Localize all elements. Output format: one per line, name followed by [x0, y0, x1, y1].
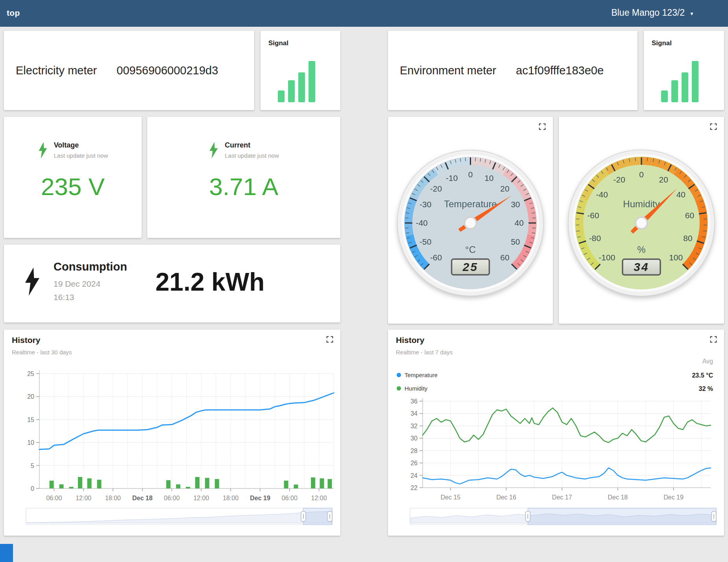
svg-text:Dec 18: Dec 18 — [608, 494, 628, 501]
topbar: top Blue Mango 123/2 ▼ — [0, 0, 728, 27]
svg-text:80: 80 — [683, 234, 692, 243]
history-card-environment: History Realtime - last 7 days Temperatu… — [388, 330, 724, 536]
svg-text:12:00: 12:00 — [311, 495, 327, 501]
svg-text:10: 10 — [484, 173, 493, 182]
environment-meter-card: Environment meter ac1f09fffe183e0e — [388, 31, 637, 110]
svg-text:Dec 16: Dec 16 — [496, 494, 516, 501]
svg-text:12:00: 12:00 — [193, 495, 209, 501]
svg-text:20: 20 — [27, 393, 34, 400]
svg-text:Temperature: Temperature — [444, 199, 497, 209]
electricity-meter-card: Electricity meter 00956906000219d3 — [4, 31, 254, 110]
consumption-history-chart[interactable]: 051015202506:0012:0018:00Dec 1806:0012:0… — [4, 361, 340, 507]
svg-text:15: 15 — [27, 416, 34, 423]
entity-selector[interactable]: Blue Mango 123/2 ▼ — [611, 7, 694, 18]
svg-text:18:00: 18:00 — [105, 495, 121, 501]
history-title: History — [396, 335, 424, 345]
svg-text:30: 30 — [410, 435, 418, 442]
current-card: Current Last update just now 3.71 A — [147, 117, 340, 238]
signal-bar — [309, 61, 315, 102]
svg-text:Dec 15: Dec 15 — [440, 494, 460, 501]
consumption-time: 16:13 — [54, 293, 74, 302]
svg-text:60: 60 — [500, 253, 509, 262]
signal-bar — [692, 61, 698, 102]
svg-text:Dec 19: Dec 19 — [250, 495, 270, 501]
voltage-value: 235 V — [4, 173, 142, 201]
svg-text:36: 36 — [410, 398, 418, 405]
svg-text:100: 100 — [669, 253, 683, 262]
svg-text:%: % — [637, 244, 645, 255]
signal-bar — [278, 90, 285, 102]
signal-bars-icon — [278, 61, 315, 102]
signal-bar — [671, 80, 678, 102]
svg-text:12:00: 12:00 — [76, 495, 91, 501]
svg-text:22: 22 — [410, 485, 418, 491]
dashboard-page: top Blue Mango 123/2 ▼ Electricity meter… — [0, 0, 728, 562]
fullscreen-icon[interactable] — [709, 335, 718, 344]
device-id: 00956906000219d3 — [116, 64, 218, 77]
signal-title: Signal — [268, 39, 288, 47]
svg-text:Humidity: Humidity — [623, 199, 660, 209]
time-range-slider[interactable] — [26, 507, 333, 526]
lightning-icon — [209, 142, 219, 158]
svg-text:-40: -40 — [596, 190, 608, 199]
svg-text:25: 25 — [27, 370, 34, 377]
svg-text:°C: °C — [465, 244, 476, 255]
current-value: 3.71 A — [147, 173, 340, 201]
device-label: Electricity meter — [16, 64, 97, 77]
signal-bar — [288, 80, 295, 102]
consumption-date: 19 Dec 2024 — [54, 279, 100, 289]
svg-text:Dec 18: Dec 18 — [132, 495, 153, 501]
humidity-gauge-card: -100-80-60-40-20020406080100Humidity%34 — [559, 117, 724, 324]
svg-text:06:00: 06:00 — [46, 495, 62, 501]
svg-text:40: 40 — [515, 218, 524, 227]
consumption-title: Consumption — [54, 260, 127, 273]
fullscreen-icon[interactable] — [709, 122, 718, 131]
history-card-electricity: History Realtime - last 30 days 05101520… — [4, 330, 340, 536]
svg-text:0: 0 — [31, 485, 34, 492]
svg-text:-80: -80 — [589, 234, 601, 243]
environment-history-chart[interactable]: 2224262830323436Dec 15Dec 16Dec 17Dec 18… — [388, 361, 724, 507]
signal-bars-icon — [661, 61, 698, 102]
signal-bar — [661, 90, 668, 102]
voltage-card: Voltage Last update just now 235 V — [4, 117, 142, 238]
svg-text:20: 20 — [659, 175, 668, 184]
device-id: ac1f09fffe183e0e — [516, 64, 604, 77]
svg-text:Dec 17: Dec 17 — [552, 494, 572, 501]
signal-card-environment: Signal — [644, 31, 724, 110]
svg-text:Dec 19: Dec 19 — [663, 494, 684, 501]
voltage-title: Voltage — [54, 141, 108, 149]
signal-card-electricity: Signal — [261, 31, 340, 110]
svg-text:0: 0 — [468, 170, 473, 179]
svg-text:-20: -20 — [430, 184, 442, 193]
svg-text:28: 28 — [410, 448, 418, 454]
lightning-icon — [38, 142, 48, 158]
svg-text:-50: -50 — [419, 237, 431, 246]
fullscreen-icon[interactable] — [538, 122, 547, 131]
chevron-down-icon: ▼ — [689, 11, 694, 17]
fullscreen-icon[interactable] — [325, 335, 334, 344]
svg-text:40: 40 — [676, 190, 686, 199]
svg-text:60: 60 — [685, 211, 694, 220]
svg-text:30: 30 — [511, 200, 520, 209]
svg-text:34: 34 — [634, 260, 649, 273]
dashboard-title: top — [7, 8, 20, 18]
temperature-gauge-card: -60-50-40-30-20-100102030405060Temperatu… — [388, 117, 553, 324]
consumption-card: Consumption 19 Dec 2024 16:13 21.2 kWh — [4, 245, 340, 322]
svg-text:10: 10 — [27, 439, 34, 446]
svg-text:-30: -30 — [419, 200, 431, 209]
current-last-update: Last update just now — [225, 152, 279, 159]
svg-text:06:00: 06:00 — [164, 495, 180, 501]
signal-title: Signal — [652, 39, 672, 47]
time-range-slider[interactable] — [410, 507, 717, 526]
signal-bar — [682, 72, 688, 102]
device-label: Environment meter — [400, 64, 496, 77]
consumption-value: 21.2 kWh — [155, 267, 264, 297]
svg-text:32: 32 — [410, 423, 418, 429]
lightning-icon — [25, 267, 39, 296]
svg-text:-100: -100 — [599, 253, 615, 262]
history-title: History — [12, 335, 40, 345]
svg-text:0: 0 — [639, 170, 644, 179]
svg-text:-10: -10 — [446, 173, 458, 182]
corner-action-button[interactable] — [0, 544, 13, 562]
svg-text:-40: -40 — [416, 218, 428, 227]
